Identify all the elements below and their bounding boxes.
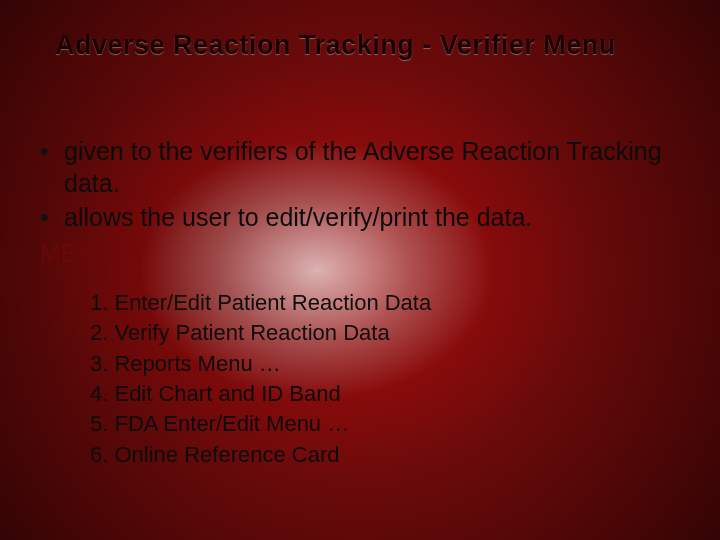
menu-heading: MENU [40, 239, 680, 268]
menu-item: 4. Edit Chart and ID Band [90, 379, 680, 409]
menu-item: 6. Online Reference Card [90, 440, 680, 470]
slide: Adverse Reaction Tracking - Verifier Men… [0, 0, 720, 540]
bullet-item: allows the user to edit/verify/print the… [64, 201, 680, 233]
bullet-list: given to the verifiers of the Adverse Re… [30, 135, 680, 233]
menu-item: 1. Enter/Edit Patient Reaction Data [90, 288, 680, 318]
menu-item: 3. Reports Menu … [90, 349, 680, 379]
menu-list: 1. Enter/Edit Patient Reaction Data 2. V… [90, 288, 680, 470]
slide-body: given to the verifiers of the Adverse Re… [30, 135, 680, 470]
slide-title: Adverse Reaction Tracking - Verifier Men… [55, 30, 665, 61]
bullet-item: given to the verifiers of the Adverse Re… [64, 135, 680, 199]
menu-item: 2. Verify Patient Reaction Data [90, 318, 680, 348]
menu-item: 5. FDA Enter/Edit Menu … [90, 409, 680, 439]
